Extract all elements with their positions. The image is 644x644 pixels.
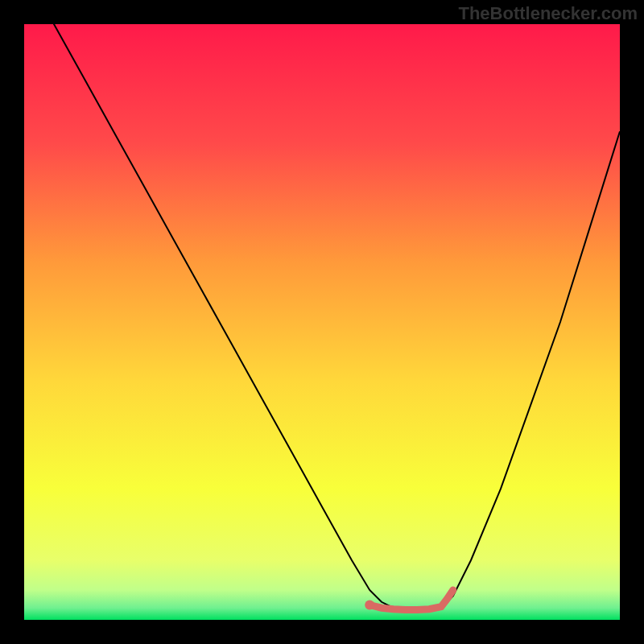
watermark-text: TheBottlenecker.com [458,3,638,24]
bottleneck-curve [24,24,620,611]
flat-region-highlight [369,590,453,609]
plot-area [24,24,620,620]
flat-region-start-dot [365,601,374,610]
chart-svg [24,24,620,620]
